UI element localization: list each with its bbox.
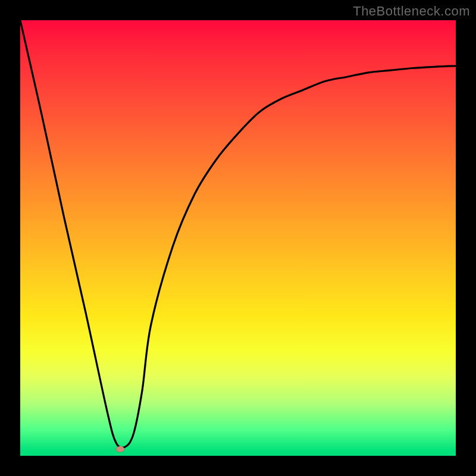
plot-area	[20, 20, 456, 456]
optimum-marker	[116, 446, 124, 452]
chart-frame: TheBottleneck.com	[0, 0, 476, 476]
curve-svg	[20, 20, 456, 456]
bottleneck-curve	[20, 20, 456, 448]
watermark-text: TheBottleneck.com	[353, 4, 470, 19]
